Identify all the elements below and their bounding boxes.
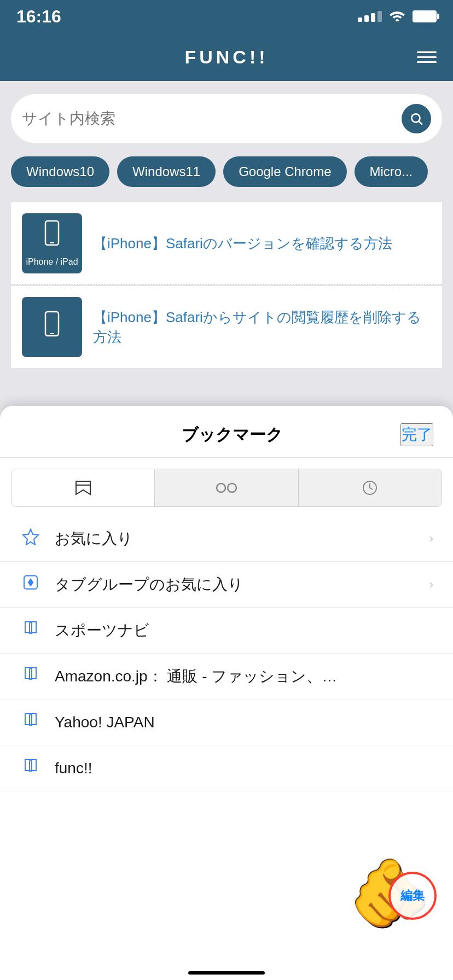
menu-button[interactable] [417,51,437,63]
sheet-tab-bar [11,469,442,507]
home-indicator [188,971,265,975]
article-title-1: 【iPhone】Safariのバージョンを確認する方法 [93,234,392,253]
yahoo-label: Yahoo! JAPAN [55,714,433,731]
status-icons [358,8,437,25]
book-icon-yahoo [20,711,42,733]
edit-label: 編集 [400,888,425,904]
battery-icon [413,10,437,22]
tag-windows11[interactable]: Windows11 [117,156,216,187]
sports-label: スポーツナビ [55,620,433,641]
chevron-right-icon: › [429,532,433,546]
sheet-done-button[interactable]: 完了 [400,423,433,446]
func-label: func!! [55,760,433,777]
article-thumb-2 [22,297,82,357]
book-icon-sports [20,620,42,641]
amazon-label: Amazon.co.jp： 通販 - ファッション、… [55,666,433,687]
bookmark-list: お気に入り › タブグループのお気に入り › スポーツナビ [0,516,453,791]
svg-point-7 [217,483,225,492]
search-input[interactable] [22,110,402,127]
favorites-label: お気に入り [55,528,429,549]
tab-reading[interactable] [155,469,298,506]
wifi-icon [388,8,406,25]
svg-point-0 [411,114,420,122]
bookmark-item-yahoo[interactable]: Yahoo! JAPAN [0,699,453,745]
svg-line-1 [419,121,422,125]
svg-marker-12 [28,579,33,586]
category-tags: Windows10 Windows11 Google Chrome Micro.… [11,156,442,187]
thumb-label-1: iPhone / iPad [26,257,78,267]
search-bar [11,94,442,143]
svg-rect-4 [45,312,59,336]
sheet-title: ブックマーク [63,424,400,446]
article-item[interactable]: iPhone / iPad 【iPhone】Safariのバージョンを確認する方… [11,202,442,285]
tag-chrome[interactable]: Google Chrome [223,156,346,187]
bookmark-item-favorites[interactable]: お気に入り › [0,516,453,562]
tabgroups-label: タブグループのお気に入り [55,574,429,595]
main-content: Windows10 Windows11 Google Chrome Micro.… [0,81,453,378]
edit-circle[interactable]: 編集 [388,872,437,920]
status-bar: 16:16 [0,0,453,33]
status-time: 16:16 [16,7,61,27]
article-thumb: iPhone / iPad [22,213,82,273]
tag-micro[interactable]: Micro... [355,156,428,187]
tabgroup-icon [20,574,42,595]
search-button[interactable] [402,104,431,133]
app-logo: FUNC!! [184,46,268,68]
tab-bookmarks[interactable] [11,469,155,506]
article-title-2: 【iPhone】Safariからサイトの閲覧履歴を削除する方法 [93,307,431,347]
cursor-overlay: 🫵 編集 [349,860,431,925]
book-icon-amazon [20,666,42,687]
chevron-right-icon-2: › [429,578,433,592]
bookmark-item-sports[interactable]: スポーツナビ [0,608,453,654]
article-item-2[interactable]: 【iPhone】Safariからサイトの閲覧履歴を削除する方法 [11,286,442,368]
tab-history[interactable] [299,469,442,506]
bookmark-item-func[interactable]: func!! [0,745,453,791]
book-icon-func [20,757,42,779]
svg-rect-2 [45,221,59,245]
bookmark-item-tabgroups[interactable]: タブグループのお気に入り › [0,562,453,608]
bookmark-item-amazon[interactable]: Amazon.co.jp： 通販 - ファッション、… [0,654,453,699]
signal-icon [358,11,382,22]
app-header: FUNC!! [0,33,453,81]
tag-windows10[interactable]: Windows10 [11,156,109,187]
star-icon [20,528,42,549]
sheet-header: ブックマーク 完了 [0,406,453,458]
svg-marker-10 [23,529,38,545]
svg-point-8 [228,483,236,492]
